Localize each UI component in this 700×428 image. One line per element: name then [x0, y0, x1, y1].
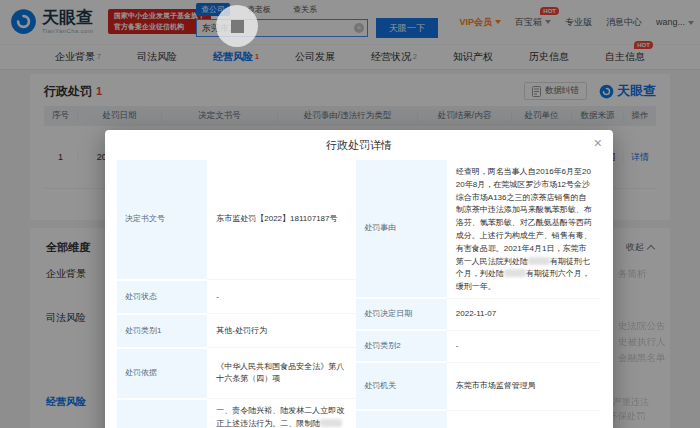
field-label-penalty-authority: 处罚机关	[356, 362, 446, 410]
field-value-penalty-type1: 其他-处罚行为	[207, 314, 356, 348]
cursor-square	[231, 20, 244, 33]
field-value-doc-number: 东市监处罚【2022】181107187号	[207, 160, 356, 280]
redacted-text	[504, 269, 526, 277]
penalty-detail-modal: 行政处罚详情 × 决定书文号 东市监处罚【2022】181107187号 处罚状…	[105, 130, 613, 428]
field-value-penalty-status: -	[207, 280, 356, 314]
field-label-penalty-reason: 处罚事由	[356, 160, 446, 298]
page: 天眼查 TianYanCha.com 国家中小企业发展子基金旗下 官方备案企业征…	[0, 0, 700, 428]
field-value-penalty-reason: 经查明，两名当事人自2016年6月至2020年8月，在莞城区罗沙市场12号金沙综…	[447, 160, 601, 298]
field-value-penalty-amount: -	[447, 410, 601, 428]
field-value-penalty-authority: 东莞市市场监督管理局	[447, 362, 601, 410]
field-label-decision-date: 处罚决定日期	[356, 298, 446, 330]
field-label-penalty-status: 处罚状态	[117, 280, 207, 314]
field-label-penalty-basis: 处罚依据	[117, 348, 207, 399]
redacted-text	[320, 419, 342, 427]
close-icon[interactable]: ×	[594, 136, 602, 150]
redacted-text	[528, 257, 550, 265]
field-label-doc-number: 决定书文号	[117, 160, 207, 280]
modal-title: 行政处罚详情	[326, 138, 392, 153]
field-label-penalty-amount: 处罚金额	[356, 410, 446, 428]
field-label-penalty-type2: 处罚类别2	[356, 330, 446, 362]
field-label-penalty-result: 处罚结果	[117, 399, 207, 428]
modal-left-table: 决定书文号 东市监处罚【2022】181107187号 处罚状态 - 处罚类别1…	[117, 160, 356, 428]
field-value-decision-date: 2022-11-07	[447, 298, 601, 330]
cursor-highlight	[216, 5, 258, 47]
field-value-penalty-type2: -	[447, 330, 601, 362]
reason-text: 经查明，两名当事人自2016年6月至2020年8月，在莞城区罗沙市场12号金沙综…	[456, 167, 592, 266]
field-label-penalty-type1: 处罚类别1	[117, 314, 207, 348]
field-value-penalty-result: 一、责令陆兴裕、陆发林二人立即改正上述违法行为。二、限制陆、陆二人终身不得从事食…	[207, 399, 356, 428]
field-value-penalty-basis: 《中华人民共和国食品安全法》第八十六条第（四）项	[207, 348, 356, 399]
modal-right-table: 处罚事由 经查明，两名当事人自2016年6月至2020年8月，在莞城区罗沙市场1…	[356, 160, 601, 428]
